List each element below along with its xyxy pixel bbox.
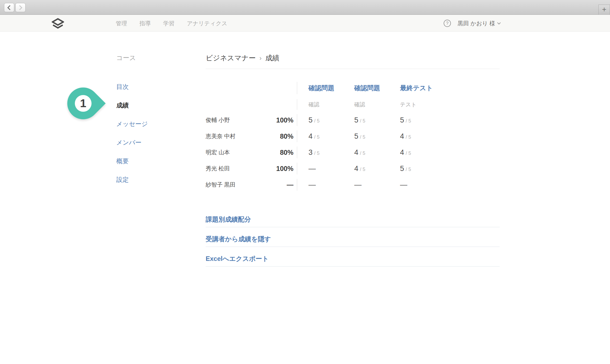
score-value: 5 (400, 116, 404, 124)
nav-item-2[interactable]: 学習 (163, 20, 174, 27)
back-button[interactable] (4, 3, 14, 12)
score-value: 5 (354, 132, 358, 141)
breadcrumb-current: 成績 (265, 53, 279, 63)
score-value: 4 (354, 164, 358, 173)
nav-item-1[interactable]: 指導 (139, 20, 151, 27)
score-cell: 4/ 5 (354, 164, 400, 173)
score-cell: 5/ 5 (354, 116, 400, 124)
column-subheader-0: 確認 (308, 101, 354, 108)
main-content: ビジネスマナー › 成績 確認問題確認問題最終テスト確認確認テスト俊輔 小野10… (206, 53, 500, 267)
table-row: 恵美奈 中村80%4/ 55/ 54/ 5 (206, 128, 500, 144)
nav-item-3[interactable]: アナリティクス (187, 20, 227, 27)
column-subtitle: 確認 (354, 101, 365, 108)
score-max: / 5 (314, 134, 320, 140)
score-value: — (400, 181, 407, 189)
score-cell: 4/ 5 (308, 132, 354, 141)
score-cell: 5/ 5 (354, 132, 400, 141)
column-title-link[interactable]: 確認問題 (354, 84, 380, 92)
column-subtitle: テスト (400, 101, 416, 108)
table-row: 明宏 山本80%3/ 54/ 54/ 5 (206, 144, 500, 160)
sidebar-item-5[interactable]: 設定 (116, 176, 186, 184)
layers-icon (52, 18, 64, 29)
percent-value: — (287, 181, 293, 189)
column-subtitle: 確認 (308, 101, 319, 108)
table-row: 秀光 松田100%—4/ 55/ 5 (206, 160, 500, 177)
column-title-link[interactable]: 確認問題 (308, 84, 334, 92)
student-name: 紗智子 黒田 (206, 181, 236, 188)
student-cell: 俊輔 小野100% (206, 116, 293, 124)
score-value: 5 (400, 164, 404, 173)
help-button[interactable]: ? (444, 20, 451, 27)
score-cell: — (308, 181, 354, 189)
score-value: — (308, 181, 316, 189)
sidebar-item-2[interactable]: メッセージ (116, 120, 186, 128)
student-cell: 明宏 山本80% (206, 149, 293, 156)
action-link-0[interactable]: 課題別成績配分 (206, 216, 251, 223)
column-subheader-2: テスト (400, 101, 446, 108)
main-nav: 管理指導学習アナリティクス (116, 15, 227, 32)
score-cells: ——— (297, 179, 446, 191)
table-subheader-columns: 確認確認テスト (297, 99, 446, 110)
user-name: 黒田 かおり 様 (458, 20, 495, 27)
nav-item-0[interactable]: 管理 (116, 20, 127, 27)
action-block-2: Excelへエクスポート (206, 254, 500, 267)
score-value: 4 (354, 148, 358, 157)
score-cells: 3/ 54/ 54/ 5 (297, 146, 446, 158)
score-value: 3 (308, 148, 313, 157)
breadcrumb-divider (206, 69, 500, 69)
table-header-row: 確認問題確認問題最終テスト (206, 79, 500, 97)
new-tab-button[interactable]: + (598, 5, 610, 15)
column-subheader-1: 確認 (354, 101, 400, 108)
sidebar-item-0[interactable]: 目次 (116, 83, 186, 91)
column-header-0: 確認問題 (308, 84, 354, 92)
user-menu[interactable]: 黒田 かおり 様 (458, 15, 500, 32)
action-block-1: 受講者から成績を隠す (206, 235, 500, 247)
breadcrumb-course[interactable]: ビジネスマナー (206, 53, 256, 63)
percent-value: 80% (280, 149, 293, 156)
sidebar-item-3[interactable]: メンバー (116, 138, 186, 147)
score-cell: — (308, 164, 354, 173)
score-cell: 3/ 5 (308, 148, 354, 157)
table-subheader-row: 確認確認テスト (206, 97, 500, 112)
browser-chrome: + (0, 0, 610, 15)
breadcrumb: ビジネスマナー › 成績 (206, 53, 500, 63)
breadcrumb-separator-icon: › (260, 54, 262, 62)
score-max: / 5 (406, 134, 411, 140)
score-cell: — (400, 181, 446, 189)
score-value: — (308, 164, 316, 173)
score-value: 4 (400, 132, 404, 141)
table-row: 紗智子 黒田———— (206, 177, 500, 193)
score-max: / 5 (406, 118, 411, 124)
score-cells: 4/ 55/ 54/ 5 (297, 130, 446, 142)
forward-button[interactable] (15, 3, 26, 12)
score-cells: 5/ 55/ 55/ 5 (297, 114, 446, 126)
student-name: 明宏 山本 (206, 149, 230, 156)
student-cell: 恵美奈 中村80% (206, 132, 293, 140)
score-max: / 5 (406, 167, 411, 172)
percent-value: 100% (276, 165, 293, 173)
student-name: 秀光 松田 (206, 165, 230, 172)
action-link-2[interactable]: Excelへエクスポート (206, 255, 269, 262)
score-value: — (354, 181, 362, 189)
sidebar-list: 目次成績メッセージメンバー概要設定 (116, 83, 186, 184)
score-cell: 5/ 5 (400, 164, 446, 173)
score-cell: 4/ 5 (400, 132, 446, 141)
step-badge-number: 1 (75, 95, 92, 112)
actions-section: 課題別成績配分受講者から成績を隠すExcelへエクスポート (206, 215, 500, 267)
student-name: 恵美奈 中村 (206, 132, 236, 140)
sidebar-item-1[interactable]: 成績 (116, 101, 186, 110)
column-title-link[interactable]: 最終テスト (400, 84, 433, 92)
chevron-left-icon (7, 5, 12, 10)
column-header-2: 最終テスト (400, 84, 446, 92)
score-value: 5 (354, 116, 358, 124)
score-cell: 5/ 5 (400, 116, 446, 124)
action-link-1[interactable]: 受講者から成績を隠す (206, 235, 271, 243)
score-cell: 4/ 5 (354, 148, 400, 157)
app-logo[interactable] (52, 18, 64, 30)
table-header-columns: 確認問題確認問題最終テスト (297, 82, 446, 94)
score-cell: 4/ 5 (400, 148, 446, 157)
score-max: / 5 (360, 167, 365, 172)
sidebar-item-4[interactable]: 概要 (116, 157, 186, 165)
sidebar: コース 目次成績メッセージメンバー概要設定 (116, 54, 186, 194)
table-row: 俊輔 小野100%5/ 55/ 55/ 5 (206, 112, 500, 128)
